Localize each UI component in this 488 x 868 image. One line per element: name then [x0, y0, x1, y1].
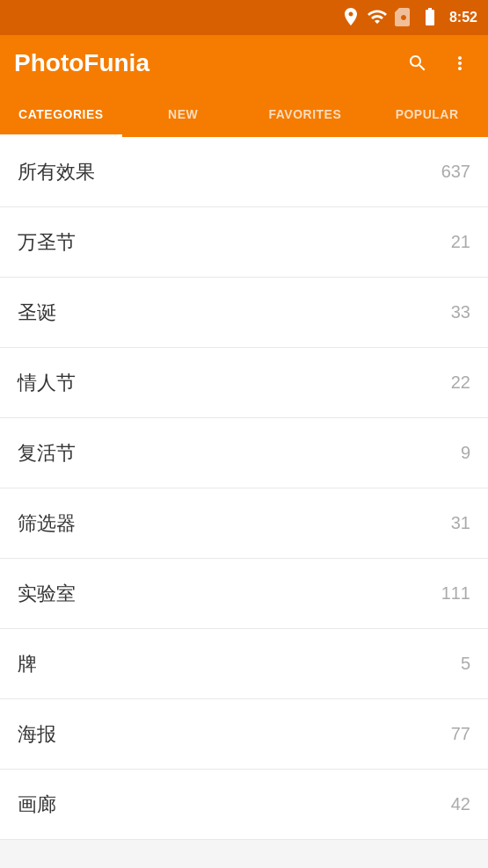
category-count: 111 [441, 583, 470, 604]
category-name: 海报 [18, 721, 56, 748]
status-icons: 8:52 [340, 6, 477, 30]
category-count: 637 [441, 162, 470, 182]
list-item[interactable]: 海报 77 [0, 699, 488, 770]
list-item[interactable]: 万圣节 21 [0, 207, 488, 278]
wifi-icon [367, 6, 388, 30]
category-count: 21 [451, 232, 470, 252]
category-name: 筛选器 [18, 510, 76, 537]
status-bar: 8:52 [0, 0, 488, 35]
category-name: 情人节 [18, 370, 76, 396]
category-count: 31 [451, 513, 470, 533]
category-count: 5 [461, 654, 470, 674]
list-item[interactable]: 牌 5 [0, 629, 488, 699]
app-logo: PhotoFunia [14, 49, 149, 77]
list-item[interactable]: 画廊 42 [0, 770, 488, 840]
tab-bar: CATEGORIES NEW FAVORITES POPULAR [0, 91, 488, 137]
more-options-button[interactable] [446, 49, 474, 77]
category-name: 画廊 [18, 792, 56, 818]
list-item[interactable]: 所有效果 637 [0, 137, 488, 207]
category-list: 所有效果 637 万圣节 21 圣诞 33 情人节 22 复活节 9 筛选器 3… [0, 137, 488, 840]
tab-new[interactable]: NEW [122, 91, 244, 137]
app-bar: PhotoFunia [0, 35, 488, 91]
status-time: 8:52 [449, 10, 477, 25]
battery-icon [419, 6, 441, 30]
logo-text: PhotoFunia [14, 49, 149, 76]
category-count: 33 [451, 302, 470, 322]
category-name: 圣诞 [18, 300, 56, 326]
search-button[interactable] [404, 49, 432, 77]
list-item[interactable]: 实验室 111 [0, 559, 488, 629]
category-name: 万圣节 [18, 229, 76, 256]
category-name: 牌 [18, 651, 37, 677]
app-bar-actions [404, 49, 474, 77]
category-count: 42 [451, 794, 470, 814]
category-count: 22 [451, 373, 470, 393]
tab-favorites[interactable]: FAVORITES [244, 91, 367, 137]
category-name: 实验室 [18, 581, 76, 607]
list-item[interactable]: 情人节 22 [0, 348, 488, 418]
tab-popular[interactable]: POPULAR [366, 91, 488, 137]
list-item[interactable]: 圣诞 33 [0, 278, 488, 348]
category-count: 9 [461, 443, 470, 463]
location-icon [340, 6, 361, 30]
list-item[interactable]: 复活节 9 [0, 418, 488, 488]
category-name: 复活节 [18, 440, 76, 467]
tab-categories[interactable]: CATEGORIES [0, 91, 122, 137]
category-name: 所有效果 [18, 159, 95, 185]
list-item[interactable]: 筛选器 31 [0, 488, 488, 559]
category-count: 77 [451, 724, 470, 744]
sim-icon [393, 6, 414, 30]
